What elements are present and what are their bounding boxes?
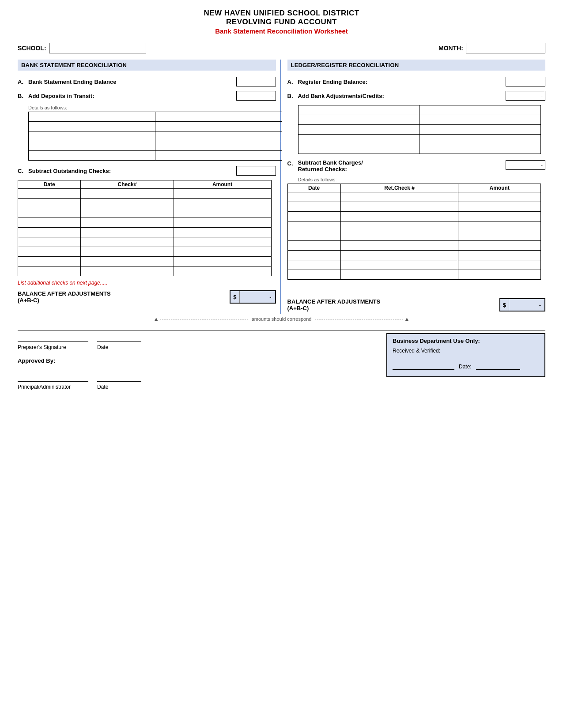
ledger-item-a-value[interactable]	[506, 77, 545, 86]
business-dept-title: Business Department Use Only:	[393, 338, 539, 344]
amounts-correspond-row: ▲ amounts should correspond ▲	[18, 316, 545, 322]
ledger-balance-dollar: $	[500, 299, 509, 311]
ledger-item-b-letter: B.	[287, 93, 295, 99]
business-date-input[interactable]	[476, 361, 520, 370]
approved-by-row: Approved By: Principal/Administrator Dat…	[18, 357, 373, 390]
business-received-label: Received & Verified:	[393, 348, 539, 354]
business-date-label: Date:	[459, 364, 472, 370]
bank-balance-box[interactable]: $ -	[230, 290, 276, 304]
bank-adjustments-table	[298, 105, 541, 154]
bank-balance-row: BALANCE AFTER ADJUSTMENTS (A+B-C) $ -	[18, 290, 276, 304]
business-dept-box-container: Business Department Use Only: Received &…	[386, 333, 545, 392]
bank-item-b-label: Add Deposits in Transit:	[28, 93, 236, 99]
business-sig-line[interactable]	[393, 361, 454, 370]
deposit-col1[interactable]	[29, 131, 155, 141]
ledger-item-b-dash: -	[541, 93, 543, 99]
table-row	[18, 189, 272, 199]
school-input[interactable]	[49, 43, 146, 53]
header-subtitle: Bank Statement Reconciliation Worksheet	[18, 27, 545, 35]
bottom-two-col: Preparer's Signature Date Approved By: P…	[18, 333, 545, 392]
table-row	[298, 125, 541, 135]
table-row	[29, 141, 282, 151]
table-row	[18, 266, 272, 276]
school-month-row: SCHOOL: MONTH:	[18, 43, 545, 53]
table-row	[29, 131, 282, 141]
bank-item-c-value[interactable]: -	[236, 166, 276, 176]
ledger-recon-heading: LEDGER/REGISTER RECONCILIATION	[287, 60, 546, 71]
principal-sig-row: Principal/Administrator Date	[18, 373, 373, 390]
bank-reconciliation-col: BANK STATEMENT RECONCILIATION A. Bank St…	[18, 60, 281, 314]
bank-item-a-label: Bank Statement Ending Balance	[28, 79, 236, 85]
deposit-col1[interactable]	[29, 112, 155, 122]
bank-item-a-value[interactable]	[236, 77, 276, 86]
deposit-col1[interactable]	[29, 122, 155, 131]
bank-item-b: B. Add Deposits in Transit: -	[18, 91, 276, 101]
header-title2: REVOLVING FUND ACCOUNT	[18, 18, 545, 26]
principal-sig-line[interactable]	[18, 373, 88, 382]
deposit-col2[interactable]	[155, 122, 282, 131]
table-row	[18, 199, 272, 208]
bank-item-c-label: Subtract Outstanding Checks:	[28, 168, 236, 174]
table-row	[29, 122, 282, 131]
checks-header-row: Date Check# Amount	[18, 180, 272, 189]
table-row	[298, 105, 541, 115]
checks-col-amount: Amount	[174, 180, 271, 189]
deposit-col2[interactable]	[155, 131, 282, 141]
bank-item-c-letter: C.	[18, 168, 26, 174]
bank-item-b-value[interactable]: -	[236, 91, 276, 101]
table-row	[298, 115, 541, 125]
bank-item-b-dash: -	[272, 93, 273, 99]
ledger-balance-box[interactable]: $ -	[499, 298, 545, 311]
ledger-item-c-value[interactable]: -	[506, 160, 545, 170]
divider	[18, 330, 545, 330]
principal-date-line[interactable]	[97, 373, 141, 382]
deposit-col2[interactable]	[155, 112, 282, 122]
bank-deposits-details-label: Details as follows:	[28, 105, 276, 110]
table-row	[287, 231, 541, 241]
bank-item-a: A. Bank Statement Ending Balance	[18, 77, 276, 86]
amounts-correspond-label: amounts should correspond	[252, 316, 312, 322]
checks-col-checknum: Check#	[81, 180, 174, 189]
principal-label: Principal/Administrator	[18, 384, 88, 390]
table-row	[298, 135, 541, 144]
ledger-balance-label: BALANCE AFTER ADJUSTMENTS (A+B-C)	[287, 298, 499, 311]
preparer-sig-block: Preparer's Signature	[18, 333, 88, 350]
ledger-item-c: C. Subtract Bank Charges/ Returned Check…	[287, 159, 546, 173]
preparer-sig-label: Preparer's Signature	[18, 344, 88, 350]
deposit-col2[interactable]	[155, 151, 282, 161]
bank-item-a-letter: A.	[18, 79, 26, 85]
checks-header-row: Date Ret.Check # Amount	[287, 184, 541, 192]
ret-checks-col-date: Date	[287, 184, 340, 192]
table-row	[18, 237, 272, 247]
deposit-col1[interactable]	[29, 141, 155, 151]
ledger-item-a: A. Register Ending Balance:	[287, 77, 546, 86]
ledger-balance-value: -	[509, 302, 544, 308]
table-row	[287, 270, 541, 280]
table-row	[29, 112, 282, 122]
principal-date-label: Date	[97, 384, 141, 390]
ret-checks-col-amount: Amount	[458, 184, 541, 192]
table-row	[287, 251, 541, 260]
ledger-balance-row: BALANCE AFTER ADJUSTMENTS (A+B-C) $ -	[287, 298, 546, 311]
ledger-reconciliation-col: LEDGER/REGISTER RECONCILIATION A. Regist…	[281, 60, 546, 314]
bank-item-b-letter: B.	[18, 93, 26, 99]
ledger-item-a-letter: A.	[287, 79, 295, 85]
deposit-col2[interactable]	[155, 141, 282, 151]
table-row	[287, 192, 541, 202]
business-date-row: Date:	[393, 361, 539, 370]
checks-col-date: Date	[18, 180, 81, 189]
preparer-date-line[interactable]	[97, 333, 141, 342]
returned-checks-table: Date Ret.Check # Amount	[287, 184, 541, 280]
ledger-item-b-value[interactable]: -	[506, 91, 545, 101]
bottom-left: Preparer's Signature Date Approved By: P…	[18, 333, 373, 392]
ledger-item-b-label: Add Bank Adjustments/Credits:	[298, 93, 506, 99]
outstanding-checks-table: Date Check# Amount	[18, 180, 272, 276]
table-row	[287, 221, 541, 231]
bank-balance-dollar: $	[230, 291, 239, 303]
preparer-sig-line[interactable]	[18, 333, 88, 342]
month-input[interactable]	[466, 43, 545, 53]
principal-date-block: Date	[97, 373, 141, 390]
additional-checks-note: List additional checks on next page.....	[18, 280, 276, 286]
deposit-col1[interactable]	[29, 151, 155, 161]
principal-sig-block: Principal/Administrator	[18, 373, 88, 390]
